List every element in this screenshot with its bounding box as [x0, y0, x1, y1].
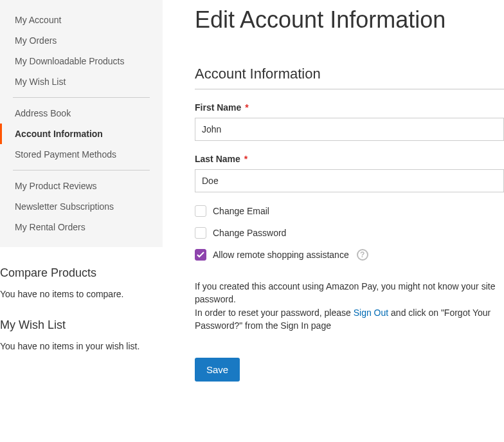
nav-my-orders[interactable]: My Orders — [0, 30, 163, 51]
wish-list-title: My Wish List — [0, 318, 163, 332]
allow-remote-label: Allow remote shopping assistance — [213, 250, 349, 260]
compare-products-block: Compare Products You have no items to co… — [0, 266, 163, 299]
save-button[interactable]: Save — [195, 358, 240, 382]
change-password-checkbox[interactable] — [195, 227, 206, 239]
nav-stored-payment-methods[interactable]: Stored Payment Methods — [0, 144, 163, 165]
amazon-pay-info: If you created this account using Amazon… — [195, 280, 504, 332]
last-name-label: Last Name * — [195, 154, 504, 164]
nav-divider — [13, 170, 150, 170]
nav-newsletter-subscriptions[interactable]: Newsletter Subscriptions — [0, 196, 163, 217]
page-title: Edit Account Information — [195, 6, 504, 33]
nav-downloadable-products[interactable]: My Downloadable Products — [0, 51, 163, 71]
wish-list-block: My Wish List You have no items in your w… — [0, 318, 163, 351]
required-asterisk: * — [242, 154, 248, 164]
sign-out-link[interactable]: Sign Out — [354, 308, 388, 318]
help-icon[interactable]: ? — [357, 249, 368, 261]
compare-products-title: Compare Products — [0, 266, 163, 280]
nav-divider — [13, 97, 150, 98]
nav-product-reviews[interactable]: My Product Reviews — [0, 176, 163, 196]
last-name-input[interactable] — [195, 169, 504, 192]
account-nav: My Account My Orders My Downloadable Pro… — [0, 0, 163, 247]
nav-account-information[interactable]: Account Information — [0, 124, 163, 144]
wish-list-empty: You have no items in your wish list. — [0, 341, 163, 351]
nav-address-book[interactable]: Address Book — [0, 103, 163, 124]
nav-wish-list[interactable]: My Wish List — [0, 71, 163, 92]
first-name-input[interactable] — [195, 118, 504, 141]
nav-rental-orders[interactable]: My Rental Orders — [0, 217, 163, 237]
section-title: Account Information — [195, 66, 504, 89]
change-email-checkbox[interactable] — [195, 205, 206, 217]
nav-my-account[interactable]: My Account — [0, 10, 163, 30]
first-name-label: First Name * — [195, 102, 504, 113]
change-email-label: Change Email — [213, 206, 269, 216]
compare-products-empty: You have no items to compare. — [0, 289, 163, 299]
change-password-label: Change Password — [213, 228, 286, 238]
required-asterisk: * — [242, 102, 248, 113]
allow-remote-checkbox[interactable] — [195, 249, 206, 261]
